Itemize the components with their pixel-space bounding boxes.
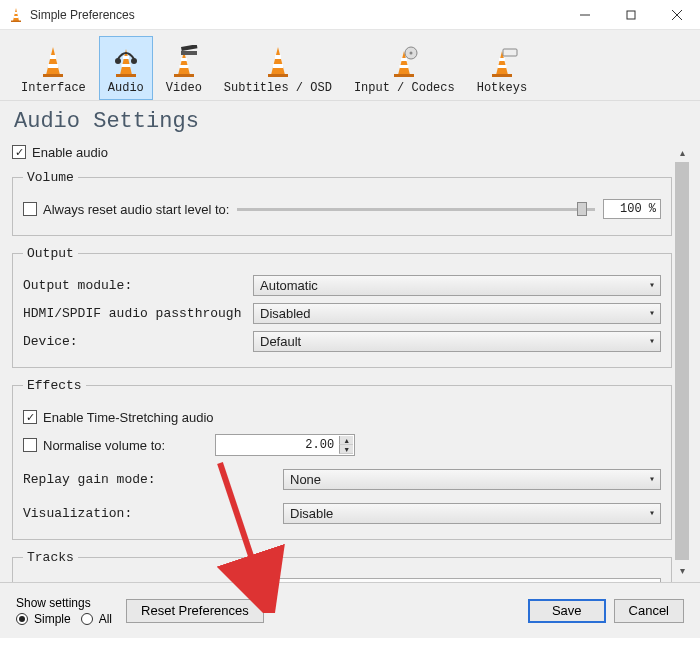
passthrough-select[interactable]: Disabled xyxy=(253,303,661,324)
vertical-scrollbar[interactable]: ▴ ▾ xyxy=(674,144,690,578)
replay-gain-select[interactable]: None xyxy=(283,469,661,490)
visualization-select[interactable]: Disable xyxy=(283,503,661,524)
normalise-checkbox[interactable] xyxy=(23,438,37,452)
spin-up-icon[interactable]: ▲ xyxy=(339,436,353,445)
show-settings-group: Show settings Simple All xyxy=(16,596,112,626)
tab-label: Input / Codecs xyxy=(354,81,455,95)
clapper-cone-icon xyxy=(166,43,202,79)
output-group: Output Output module: Automatic HDMI/SPD… xyxy=(12,246,672,368)
tab-label: Audio xyxy=(108,81,144,95)
svg-rect-11 xyxy=(43,74,63,77)
volume-legend: Volume xyxy=(23,170,78,185)
page-title: Audio Settings xyxy=(0,101,700,140)
svg-rect-27 xyxy=(268,74,288,77)
svg-rect-37 xyxy=(492,74,512,77)
svg-rect-13 xyxy=(123,56,129,59)
svg-rect-26 xyxy=(273,64,283,68)
enable-audio-checkbox[interactable] xyxy=(12,145,26,159)
reset-level-label: Always reset audio start level to: xyxy=(43,202,229,217)
tab-interface[interactable]: Interface xyxy=(12,36,95,100)
svg-rect-29 xyxy=(401,58,407,61)
passthrough-label: HDMI/SPDIF audio passthrough xyxy=(23,306,253,321)
svg-marker-24 xyxy=(271,47,285,75)
spin-down-icon[interactable]: ▼ xyxy=(339,445,353,454)
normalise-label: Normalise volume to: xyxy=(43,438,165,453)
tracks-legend: Tracks xyxy=(23,550,78,565)
cone-icon xyxy=(260,43,296,79)
svg-rect-31 xyxy=(394,74,414,77)
svg-rect-35 xyxy=(499,58,505,61)
maximize-button[interactable] xyxy=(608,0,654,30)
cancel-button[interactable]: Cancel xyxy=(614,599,684,623)
category-tabs: Interface Audio Video Subtitles / OSD In… xyxy=(0,30,700,101)
normalise-spinbox[interactable]: 2.00 ▲▼ xyxy=(215,434,355,456)
timestretch-label: Enable Time-Stretching audio xyxy=(43,410,214,425)
device-label: Device: xyxy=(23,334,253,349)
content-area: Enable audio Volume Always reset audio s… xyxy=(0,140,700,582)
svg-marker-0 xyxy=(13,8,19,21)
tab-label: Video xyxy=(166,81,202,95)
svg-point-33 xyxy=(410,52,413,55)
tab-video[interactable]: Video xyxy=(157,36,211,100)
radio-all[interactable] xyxy=(81,613,93,625)
svg-rect-2 xyxy=(14,16,18,18)
svg-rect-23 xyxy=(181,51,197,55)
svg-rect-21 xyxy=(174,74,194,77)
svg-marker-8 xyxy=(46,47,60,75)
output-module-label: Output module: xyxy=(23,278,253,293)
save-button[interactable]: Save xyxy=(528,599,606,623)
svg-rect-10 xyxy=(48,64,58,68)
reset-preferences-button[interactable]: Reset Preferences xyxy=(126,599,264,623)
svg-rect-5 xyxy=(627,11,635,19)
vlc-icon xyxy=(8,7,24,23)
titlebar: Simple Preferences xyxy=(0,0,700,30)
svg-rect-38 xyxy=(503,49,517,56)
tab-label: Subtitles / OSD xyxy=(224,81,332,95)
svg-rect-25 xyxy=(275,55,281,59)
output-legend: Output xyxy=(23,246,78,261)
svg-rect-19 xyxy=(181,58,187,61)
scroll-up-icon[interactable]: ▴ xyxy=(674,144,690,160)
close-button[interactable] xyxy=(654,0,700,30)
tab-hotkeys[interactable]: Hotkeys xyxy=(468,36,536,100)
minimize-button[interactable] xyxy=(562,0,608,30)
timestretch-checkbox[interactable] xyxy=(23,410,37,424)
scroll-thumb[interactable] xyxy=(675,162,689,560)
svg-rect-3 xyxy=(11,20,21,22)
radio-all-label: All xyxy=(99,612,112,626)
tab-input-codecs[interactable]: Input / Codecs xyxy=(345,36,464,100)
svg-point-16 xyxy=(115,58,121,64)
tab-audio[interactable]: Audio xyxy=(99,36,153,100)
output-module-select[interactable]: Automatic xyxy=(253,275,661,296)
radio-simple[interactable] xyxy=(16,613,28,625)
scroll-down-icon[interactable]: ▾ xyxy=(674,562,690,578)
svg-rect-36 xyxy=(497,65,506,68)
cone-icon xyxy=(35,43,71,79)
start-level-slider[interactable] xyxy=(237,199,595,219)
svg-rect-30 xyxy=(400,65,409,68)
svg-rect-15 xyxy=(116,74,136,77)
enable-audio-label: Enable audio xyxy=(32,145,108,160)
tab-subtitles[interactable]: Subtitles / OSD xyxy=(215,36,341,100)
show-settings-label: Show settings xyxy=(16,596,112,610)
radio-simple-label: Simple xyxy=(34,612,71,626)
footer: Show settings Simple All Reset Preferenc… xyxy=(0,582,700,638)
svg-rect-14 xyxy=(121,64,130,67)
svg-rect-1 xyxy=(15,12,18,14)
start-level-value: 100 % xyxy=(603,199,661,219)
disc-cone-icon xyxy=(386,43,422,79)
headphones-cone-icon xyxy=(108,43,144,79)
svg-rect-22 xyxy=(181,45,197,51)
replay-gain-label: Replay gain mode: xyxy=(23,472,283,487)
tab-label: Hotkeys xyxy=(477,81,527,95)
tab-label: Interface xyxy=(21,81,86,95)
volume-group: Volume Always reset audio start level to… xyxy=(12,170,672,236)
svg-rect-20 xyxy=(179,65,188,68)
enable-audio-row: Enable audio xyxy=(12,140,672,164)
reset-level-checkbox[interactable] xyxy=(23,202,37,216)
visualization-label: Visualization: xyxy=(23,506,283,521)
device-select[interactable]: Default xyxy=(253,331,661,352)
keyboard-cone-icon xyxy=(484,43,520,79)
tracks-group: Tracks Preferred audio language: xyxy=(12,550,672,582)
window-title: Simple Preferences xyxy=(30,8,135,22)
